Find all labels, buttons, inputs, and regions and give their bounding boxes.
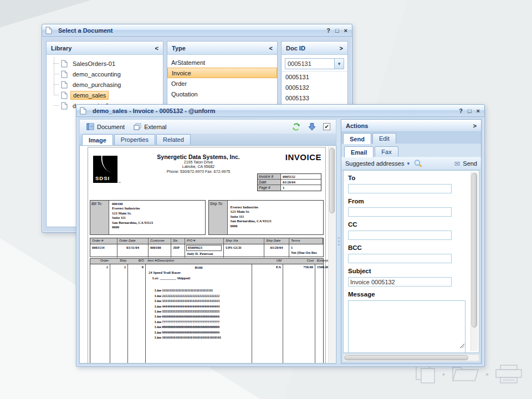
- viewer-window-titlebar[interactable]: demo_sales - Invoice - 0005132 - @unform…: [76, 105, 484, 117]
- document-icon: [80, 107, 86, 115]
- library-header-label: Library: [51, 45, 71, 52]
- invoice-meta-table: Invoice #0005132 Date03/20/04 Page #1: [257, 173, 321, 191]
- toolbar-checkbox[interactable]: ✔: [323, 123, 330, 130]
- document-icon: [61, 60, 68, 68]
- envelope-icon: ✉: [454, 160, 460, 167]
- tab-email[interactable]: Email: [344, 146, 374, 157]
- company-logo: SDSI ™: [93, 156, 117, 183]
- library-panel-header[interactable]: Library <: [47, 42, 163, 55]
- bcc-label: BCC: [348, 244, 466, 251]
- maximize-button[interactable]: □: [335, 27, 339, 34]
- pane-splitter[interactable]: [336, 119, 341, 364]
- logo-text: SDSI: [95, 175, 110, 181]
- tab-related[interactable]: Related: [156, 134, 191, 145]
- meta-invoice-label: Invoice #: [258, 174, 281, 179]
- arrow-separator-icon: ▸: [443, 371, 446, 377]
- close-button[interactable]: ×: [477, 108, 480, 114]
- scrollbar-thumb[interactable]: [472, 173, 477, 328]
- bcc-field[interactable]: [348, 254, 452, 263]
- collapse-chevron-icon[interactable]: <: [155, 45, 158, 52]
- library-item-label-selected: demo_sales: [70, 91, 109, 100]
- tab-image[interactable]: Image: [82, 134, 113, 145]
- company-block: Synergetic Data Systems, Inc. 2195 Talon…: [135, 154, 262, 174]
- maximize-button[interactable]: □: [468, 108, 472, 114]
- collapse-chevron-icon[interactable]: <: [269, 45, 273, 52]
- tab-edit[interactable]: Edit: [372, 133, 396, 144]
- docid-item-0005132[interactable]: 0005132: [282, 82, 347, 93]
- bill-to-box: Bill To: 000100 Everest Industries 123 M…: [90, 200, 206, 235]
- form-horizontal-scrollbar[interactable]: [343, 354, 479, 361]
- message-label: Message: [348, 291, 466, 298]
- combo-dropdown-arrow-icon[interactable]: ▾: [334, 59, 344, 69]
- cc-field[interactable]: [348, 231, 452, 240]
- document-icon: [61, 91, 68, 99]
- docid-item-label: 0005133: [285, 95, 309, 101]
- help-button[interactable]: ?: [326, 27, 330, 34]
- document-button[interactable]: Document: [83, 122, 128, 131]
- subject-field[interactable]: [348, 277, 452, 287]
- printer-icon: [494, 364, 524, 385]
- document-icon: [45, 27, 52, 34]
- docid-panel-header[interactable]: Doc ID >: [282, 42, 347, 55]
- viewer-toolbar: Document External ✔: [79, 119, 336, 134]
- docid-item-0005133[interactable]: 0005133: [282, 93, 347, 103]
- textarea-resize-grip[interactable]: [460, 344, 464, 348]
- ship-to-address: Everest Industries 123 Main St. Suite 11…: [228, 201, 324, 234]
- address-search-icon[interactable]: [413, 159, 423, 168]
- download-arrow-icon[interactable]: [308, 122, 316, 131]
- invoice-title: INVOICE: [285, 152, 321, 162]
- expand-chevron-icon[interactable]: >: [473, 122, 477, 129]
- select-window-titlebar[interactable]: Select a Document ? □ ×: [42, 24, 352, 37]
- external-button-label: External: [144, 124, 166, 130]
- form-vertical-scrollbar[interactable]: [470, 172, 478, 351]
- image-vertical-scrollbar[interactable]: [328, 146, 335, 362]
- type-item-label: Quotation: [171, 91, 198, 98]
- type-item-label: Order: [171, 80, 187, 87]
- scrollbar-thumb[interactable]: [344, 355, 468, 360]
- window-title: demo_sales - Invoice - 0005132 - @unform: [93, 108, 216, 114]
- to-field[interactable]: [348, 184, 452, 193]
- docid-combo-value: 0005131: [285, 60, 334, 67]
- type-item-order[interactable]: Order: [167, 78, 277, 89]
- window-title: Select a Document: [58, 27, 112, 34]
- bill-to-label: Bill To:: [90, 201, 109, 234]
- actions-panel-header[interactable]: Actions >: [341, 120, 481, 132]
- library-item-demo-purchasing[interactable]: demo_purchasing: [47, 79, 163, 90]
- type-item-arstatement[interactable]: ArStatement: [167, 57, 277, 68]
- ship-to-box: Ship To: Everest Industries 123 Main St.…: [208, 200, 324, 235]
- suggested-addresses-button[interactable]: Suggested addresses ▾: [345, 160, 410, 167]
- type-panel-header[interactable]: Type <: [167, 42, 277, 55]
- document-icon: [61, 81, 68, 89]
- library-item-demo-sales[interactable]: demo_sales: [47, 90, 163, 100]
- expand-chevron-icon[interactable]: >: [340, 45, 343, 52]
- message-field[interactable]: [348, 300, 466, 353]
- library-item-demo-accounting[interactable]: demo_accounting: [47, 69, 163, 79]
- invoice-image-area: SDSI ™ Synergetic Data Systems, Inc. 219…: [79, 145, 336, 364]
- meta-date-label: Date: [258, 180, 281, 185]
- type-header-label: Type: [172, 45, 186, 52]
- library-item-label: demo_purchasing: [70, 81, 123, 89]
- salesperson-name: Judy D. Peterson: [187, 252, 213, 255]
- external-button[interactable]: External: [130, 122, 170, 131]
- docid-combobox[interactable]: 0005131 ▾: [285, 58, 344, 69]
- document-icon: [61, 102, 68, 110]
- tab-properties[interactable]: Properties: [114, 134, 155, 145]
- email-fax-tabbar: Email Fax: [341, 145, 481, 157]
- tab-send[interactable]: Send: [343, 133, 371, 144]
- to-label: To: [348, 175, 466, 181]
- tab-fax[interactable]: Fax: [375, 146, 398, 157]
- meta-date-value: 03/20/04: [281, 180, 321, 185]
- refresh-icon[interactable]: [291, 122, 301, 131]
- close-button[interactable]: ×: [344, 27, 347, 34]
- from-field[interactable]: [348, 207, 452, 217]
- type-item-quotation[interactable]: Quotation: [167, 89, 277, 99]
- send-button[interactable]: ✉ Send: [454, 160, 477, 167]
- dropdown-arrow-icon: ▾: [407, 161, 410, 166]
- viewer-tabbar: Image Properties Related: [79, 134, 336, 145]
- library-item-salesorders-01[interactable]: SalesOrders-01: [47, 58, 163, 69]
- docid-item-0005131[interactable]: 0005131: [282, 71, 347, 82]
- type-item-invoice-selected[interactable]: Invoice: [167, 68, 277, 78]
- check-icon: ✔: [324, 124, 329, 130]
- help-button[interactable]: ?: [459, 108, 463, 114]
- scrollbar-thumb[interactable]: [329, 148, 335, 213]
